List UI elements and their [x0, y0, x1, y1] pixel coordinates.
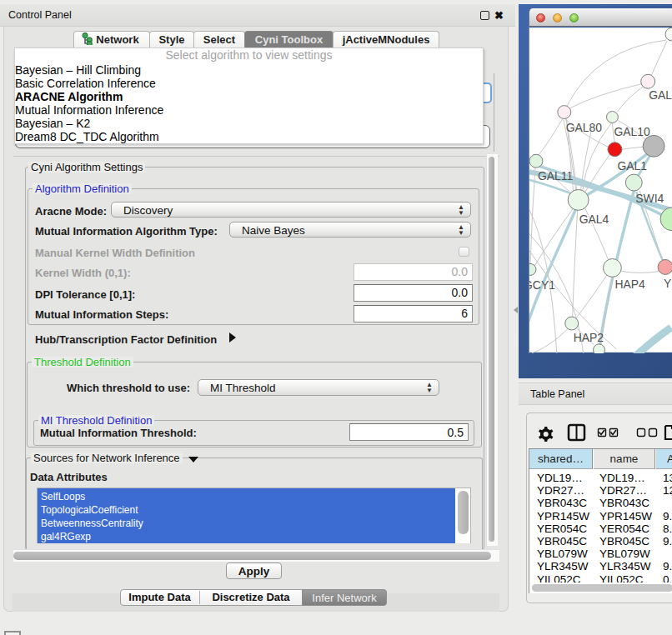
svg-text:GAL11: GAL11: [538, 169, 574, 182]
svg-text:SWI4: SWI4: [635, 192, 664, 205]
svg-text:HAP2: HAP2: [574, 331, 604, 344]
svg-text:GAL10: GAL10: [614, 125, 650, 138]
svg-text:GCY1: GCY1: [529, 278, 555, 292]
svg-text:YM: YM: [664, 277, 672, 290]
svg-text:HAP4: HAP4: [614, 278, 645, 291]
svg-text:GAL1: GAL1: [617, 159, 647, 172]
svg-text:GAL80: GAL80: [566, 121, 603, 134]
svg-text:GAL4: GAL4: [579, 212, 609, 226]
svg-text:GAL2: GAL2: [649, 88, 672, 102]
